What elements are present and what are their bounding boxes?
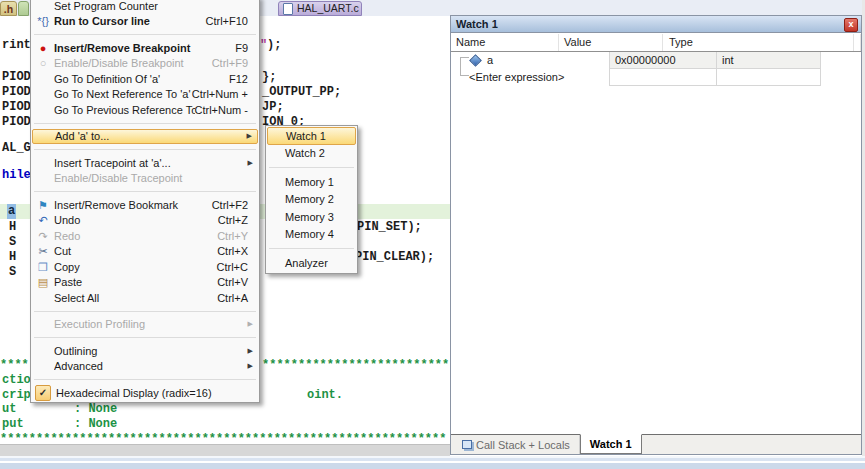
menu-item-shortcut: Ctrl+Y bbox=[217, 230, 258, 242]
menu-item-shortcut: Ctrl+Num - bbox=[195, 104, 258, 116]
menu-item[interactable]: Go To Definition Of 'a' F12 bbox=[32, 71, 258, 87]
file-tab-partial[interactable]: .h bbox=[0, 1, 17, 16]
code-fragment: crip bbox=[2, 388, 31, 403]
watch-empty-cell bbox=[821, 52, 861, 69]
menu-separator bbox=[32, 144, 258, 155]
menu-item-label: Undo bbox=[54, 214, 218, 226]
watch-panel: Watch 1 x NameValueType a 0x00000000 int bbox=[450, 15, 862, 455]
menu-item[interactable]: ○ Enable/Disable Breakpoint Ctrl+F9 bbox=[32, 56, 258, 72]
menu-item-shortcut: Ctrl+C bbox=[217, 261, 258, 273]
submenu-item[interactable]: Watch 2 bbox=[267, 145, 356, 163]
submenu-item[interactable]: Memory 4 bbox=[267, 226, 356, 244]
code-fragment: PIOD bbox=[2, 100, 31, 115]
file-tab-sliver[interactable] bbox=[18, 1, 29, 16]
menu-separator bbox=[32, 332, 258, 343]
checkmark-icon: ✓ bbox=[35, 385, 51, 401]
menu-item[interactable]: ↶ Undo Ctrl+Z bbox=[32, 213, 258, 229]
watch-panel-titlebar[interactable]: Watch 1 x bbox=[451, 16, 861, 33]
code-fragment: **** bbox=[0, 358, 29, 373]
code-fragment: AL_G bbox=[2, 141, 31, 156]
menu-item[interactable]: ⚑ Insert/Remove Bookmark Ctrl+F2 bbox=[32, 197, 258, 213]
watch-table-rows: a 0x00000000 int <Enter expression> bbox=[451, 52, 861, 86]
menu-item[interactable]: ▤ Paste Ctrl+V bbox=[32, 275, 258, 291]
watch-value-cell[interactable]: 0x00000000 bbox=[609, 52, 717, 69]
menu-item-label: Enable/Disable Tracepoint bbox=[54, 172, 248, 184]
menu-item-label: Set Program Counter bbox=[54, 0, 248, 12]
submenu-item[interactable]: Watch 1 bbox=[267, 127, 356, 145]
menu-item[interactable]: ↷ Redo Ctrl+Y bbox=[32, 228, 258, 244]
column-header[interactable]: Type bbox=[663, 34, 854, 51]
breakpoint-icon: ● bbox=[32, 41, 54, 55]
watch-row[interactable]: a 0x00000000 int bbox=[451, 52, 861, 69]
watch-value-cell[interactable] bbox=[609, 69, 717, 86]
column-header[interactable]: Name bbox=[451, 34, 559, 51]
watch-type-cell bbox=[717, 69, 821, 86]
undo-icon: ↶ bbox=[32, 213, 54, 227]
panel-tab[interactable]: Watch 1 bbox=[580, 434, 642, 454]
submenu-item[interactable]: Memory 2 bbox=[267, 191, 356, 209]
menu-item-shortcut: Ctrl+Z bbox=[218, 214, 258, 226]
menu-item[interactable]: ❐ Copy Ctrl+C bbox=[32, 259, 258, 275]
app-window: .h HAL_UART.c a rint");PIOD};PIOD_OUTPUT… bbox=[0, 0, 865, 469]
menu-item[interactable]: Go To Previous Reference To 'a' Ctrl+Num… bbox=[32, 102, 258, 118]
submenu-item[interactable]: Memory 3 bbox=[267, 208, 356, 226]
code-fragment: ****************************************… bbox=[0, 432, 446, 444]
code-fragment: PIOD bbox=[2, 115, 31, 130]
column-header[interactable] bbox=[854, 34, 861, 51]
variable-diamond-icon bbox=[469, 54, 482, 67]
menu-item-shortcut: F12 bbox=[229, 73, 258, 85]
menu-item[interactable]: Set Program Counter bbox=[32, 0, 258, 14]
menu-item[interactable]: ✂ Cut Ctrl+X bbox=[32, 244, 258, 260]
add-to-submenu: Watch 1 Watch 2 Memory 1 Memory 2 Memory… bbox=[265, 125, 358, 274]
menu-item-label: Select All bbox=[54, 292, 217, 304]
menu-item[interactable]: ✓ Hexadecimal Display (radix=16) bbox=[32, 385, 258, 401]
menu-separator bbox=[32, 306, 258, 317]
menu-item-label: Advanced bbox=[54, 360, 248, 372]
submenu-item-label: Memory 4 bbox=[267, 228, 356, 240]
menu-item[interactable]: *{} Run to Cursor line Ctrl+F10 bbox=[32, 14, 258, 30]
code-fragment: _OUTPUT_PP; bbox=[262, 85, 341, 100]
menu-item[interactable]: Outlining bbox=[32, 343, 258, 359]
submenu-item[interactable]: Memory 1 bbox=[267, 173, 356, 191]
menu-item[interactable]: Insert Tracepoint at 'a'... bbox=[32, 155, 258, 171]
menu-item-label: Redo bbox=[54, 230, 217, 242]
menu-item-shortcut: Ctrl+F10 bbox=[206, 15, 259, 27]
watch-table-header[interactable]: NameValueType bbox=[451, 34, 861, 52]
menu-item[interactable]: Execution Profiling bbox=[32, 317, 258, 333]
menu-item-label: Copy bbox=[54, 261, 217, 273]
menu-item-label: Execution Profiling bbox=[54, 318, 248, 330]
watch-name-cell[interactable]: a bbox=[487, 52, 493, 69]
menu-item[interactable]: Advanced bbox=[32, 359, 258, 375]
code-fragment: rint bbox=[2, 38, 31, 53]
menu-item[interactable]: ● Insert/Remove Breakpoint F9 bbox=[32, 40, 258, 56]
watch-row[interactable]: <Enter expression> bbox=[451, 69, 861, 86]
submenu-item-label: Memory 3 bbox=[267, 211, 356, 223]
column-header[interactable]: Value bbox=[559, 34, 663, 51]
selected-variable[interactable]: a bbox=[7, 204, 16, 219]
menu-item-label: Paste bbox=[54, 276, 217, 288]
menu-separator bbox=[32, 29, 258, 40]
menu-item-label: Go To Previous Reference To 'a' bbox=[54, 104, 195, 116]
submenu-item[interactable]: Analyzer bbox=[267, 254, 356, 272]
menu-item-label: Enable/Disable Breakpoint bbox=[54, 57, 212, 69]
code-fragment: ); bbox=[267, 38, 281, 53]
menu-item-label: Go To Definition Of 'a' bbox=[54, 73, 229, 85]
code-fragment: PIOD bbox=[2, 85, 31, 100]
menu-item[interactable]: Go To Next Reference To 'a' Ctrl+Num + bbox=[32, 87, 258, 103]
menu-item[interactable]: Enable/Disable Tracepoint bbox=[32, 171, 258, 187]
watch-name-cell[interactable]: <Enter expression> bbox=[469, 69, 564, 86]
file-tab-hal-uart[interactable]: HAL_UART.c bbox=[278, 1, 362, 16]
menu-item[interactable]: Select All Ctrl+A bbox=[32, 290, 258, 306]
code-fragment: PIOD bbox=[2, 70, 31, 85]
tree-line bbox=[460, 57, 469, 58]
menu-item-label: Insert/Remove Breakpoint bbox=[54, 42, 235, 54]
bookmark-icon: ⚑ bbox=[32, 198, 54, 212]
menu-item-shortcut: Ctrl+F9 bbox=[212, 57, 258, 69]
code-fragment: hile bbox=[2, 168, 31, 183]
menu-item[interactable]: Add 'a' to... bbox=[32, 129, 258, 145]
panel-tab[interactable]: Call Stack + Locals bbox=[453, 435, 580, 454]
submenu-item-label: Watch 1 bbox=[268, 130, 355, 142]
context-menu: Set Program Counter *{} Run to Cursor li… bbox=[30, 0, 260, 403]
code-fragment: PIN_CLEAR); bbox=[355, 250, 434, 265]
close-icon[interactable]: x bbox=[844, 18, 858, 32]
